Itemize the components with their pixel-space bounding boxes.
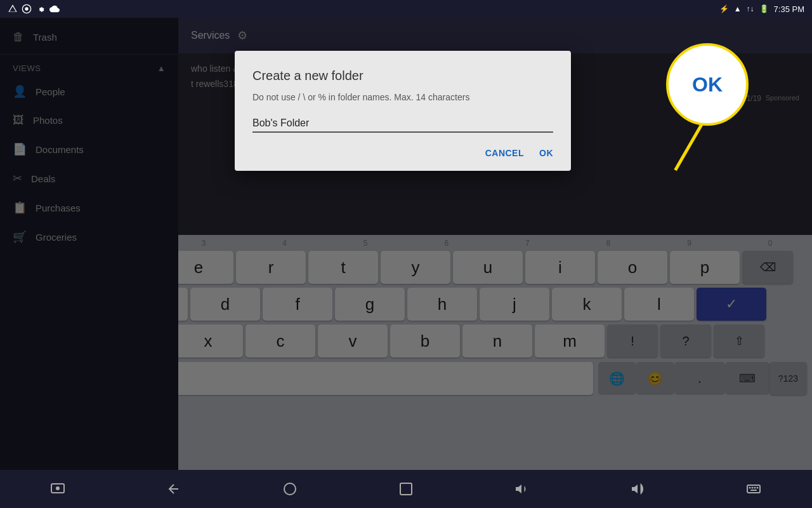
- bluetooth-icon: ⚡: [719, 4, 729, 13]
- svg-point-1: [25, 7, 28, 10]
- dialog-actions: CANCEL OK: [252, 148, 553, 158]
- time-display: 7:35 PM: [774, 4, 804, 14]
- nav-recents[interactable]: [390, 476, 422, 502]
- nav-back[interactable]: [158, 476, 190, 502]
- dialog-input-wrapper: [252, 115, 553, 133]
- cloud-icon: [49, 4, 60, 14]
- dialog-title: Create a new folder: [252, 69, 553, 83]
- status-bar-left: [8, 4, 60, 14]
- nav-bar: [0, 470, 812, 508]
- dialog-hint: Do not use / \ or % in folder names. Max…: [252, 92, 553, 102]
- svg-point-3: [56, 486, 60, 490]
- status-bar: ⚡ ▲ ↑↓ 🔋 7:35 PM: [0, 0, 812, 18]
- svg-point-4: [284, 483, 296, 495]
- photos-icon: [22, 4, 32, 14]
- nav-volume-up[interactable]: [622, 476, 654, 502]
- signal-icon: ↑↓: [747, 4, 754, 13]
- ok-button[interactable]: OK: [539, 148, 553, 158]
- svg-rect-6: [747, 485, 760, 493]
- status-bar-right: ⚡ ▲ ↑↓ 🔋 7:35 PM: [719, 4, 804, 14]
- nav-keyboard[interactable]: [738, 476, 769, 502]
- app-icons: [8, 4, 60, 14]
- drive-icon: [8, 4, 18, 14]
- nav-home[interactable]: [274, 476, 306, 502]
- wifi-icon: ▲: [734, 4, 742, 13]
- nav-volume-down[interactable]: [506, 476, 538, 502]
- callout-circle: OK: [666, 43, 749, 126]
- cancel-button[interactable]: CANCEL: [485, 148, 524, 158]
- svg-rect-5: [400, 483, 412, 495]
- folder-name-input[interactable]: [252, 115, 553, 131]
- nav-screenshot[interactable]: [42, 476, 74, 502]
- callout-ok-label: OK: [692, 73, 723, 97]
- battery-icon: 🔋: [759, 4, 769, 13]
- settings-icon: [36, 4, 46, 14]
- create-folder-dialog: Create a new folder Do not use / \ or % …: [235, 51, 571, 171]
